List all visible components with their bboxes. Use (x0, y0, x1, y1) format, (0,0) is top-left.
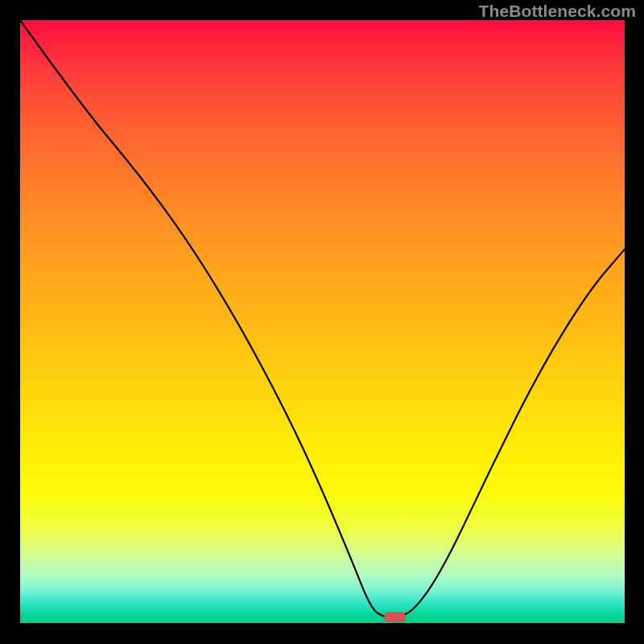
chart-frame: TheBottleneck.com (0, 0, 644, 644)
minimum-marker (385, 613, 406, 621)
watermark-text: TheBottleneck.com (479, 2, 636, 21)
plot-area (20, 20, 625, 623)
bottleneck-curve (20, 20, 625, 617)
chart-svg (20, 20, 625, 623)
